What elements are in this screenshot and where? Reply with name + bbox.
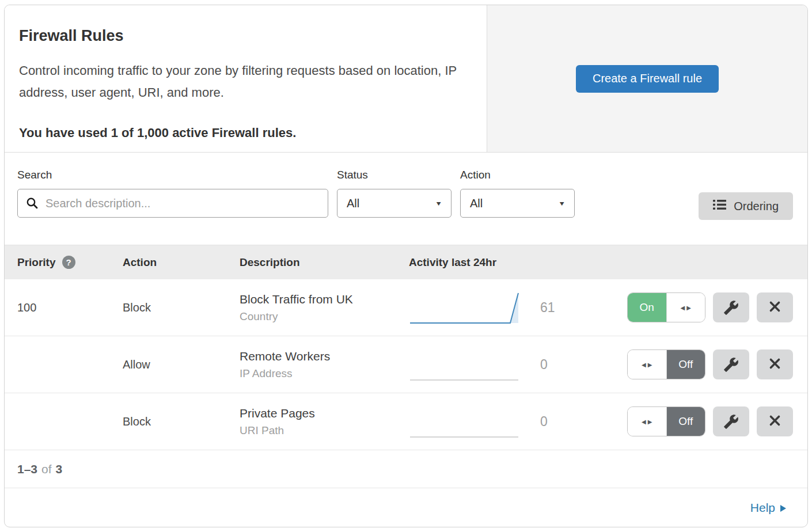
edit-rule-button[interactable] bbox=[713, 292, 749, 322]
status-select[interactable]: All ▼ bbox=[337, 189, 451, 218]
column-priority-label: Priority bbox=[17, 256, 56, 269]
page-header: Firewall Rules Control incoming traffic … bbox=[5, 5, 807, 153]
create-firewall-rule-button[interactable]: Create a Firewall rule bbox=[576, 65, 719, 93]
rule-name: Remote Workers bbox=[240, 349, 404, 363]
chevron-down-icon: ▼ bbox=[435, 200, 442, 207]
search-box bbox=[17, 189, 328, 218]
rule-action: Block bbox=[123, 301, 240, 314]
table-row: Allow Remote Workers IP Address 0 Off ◀▶ bbox=[5, 336, 807, 393]
column-action: Action bbox=[123, 256, 240, 269]
search-icon bbox=[26, 197, 39, 212]
activity-sparkline bbox=[409, 287, 524, 328]
action-selected-value: All bbox=[470, 197, 483, 210]
rule-activity: 61 bbox=[404, 287, 621, 328]
delete-rule-button[interactable] bbox=[757, 292, 793, 322]
rule-description: Private Pages URI Path bbox=[240, 406, 404, 437]
help-arrow-icon bbox=[780, 505, 786, 512]
ordering-button[interactable]: Ordering bbox=[699, 192, 793, 220]
action-filter-group: Action All ▼ bbox=[460, 169, 575, 218]
toggle-handle-icon: ◀▶ bbox=[666, 293, 705, 322]
table-row: Block Private Pages URI Path 0 Off ◀▶ bbox=[5, 393, 807, 450]
status-filter-group: Status All ▼ bbox=[337, 169, 451, 218]
wrench-icon bbox=[723, 414, 739, 430]
priority-help-icon[interactable]: ? bbox=[62, 256, 75, 269]
delete-rule-button[interactable] bbox=[757, 406, 793, 436]
edit-rule-button[interactable] bbox=[713, 349, 749, 379]
wrench-icon bbox=[723, 300, 739, 316]
rule-description: Block Traffic from UK Country bbox=[240, 292, 404, 323]
rule-name: Private Pages bbox=[240, 406, 404, 420]
edit-rule-button[interactable] bbox=[713, 406, 749, 436]
toggle-state: Off bbox=[667, 407, 705, 436]
activity-sparkline bbox=[409, 344, 524, 385]
activity-count: 0 bbox=[540, 357, 563, 373]
delete-rule-button[interactable] bbox=[757, 349, 793, 379]
toggle-state: Off bbox=[667, 350, 705, 379]
rule-action: Allow bbox=[123, 358, 240, 371]
status-selected-value: All bbox=[347, 197, 359, 210]
rule-enabled-toggle[interactable]: On ◀▶ bbox=[627, 292, 705, 322]
action-select[interactable]: All ▼ bbox=[460, 189, 575, 218]
page-description: Control incoming traffic to your zone by… bbox=[19, 60, 462, 104]
rule-controls: On ◀▶ bbox=[621, 292, 807, 322]
usage-note: You have used 1 of 1,000 active Firewall… bbox=[19, 126, 467, 140]
pagination-range: 1–3 bbox=[17, 462, 37, 476]
toggle-handle-icon: ◀▶ bbox=[628, 407, 667, 436]
column-priority: Priority ? bbox=[5, 256, 123, 269]
help-link[interactable]: Help bbox=[750, 501, 786, 515]
activity-sparkline bbox=[409, 401, 524, 442]
table-row: 100 Block Block Traffic from UK Country … bbox=[5, 279, 807, 336]
close-icon bbox=[768, 414, 781, 429]
rule-type: Country bbox=[240, 310, 404, 323]
rule-priority: 100 bbox=[5, 301, 123, 314]
close-icon bbox=[768, 357, 781, 372]
activity-count: 0 bbox=[540, 414, 563, 430]
activity-count: 61 bbox=[540, 300, 563, 316]
search-input[interactable] bbox=[17, 189, 328, 218]
rule-activity: 0 bbox=[404, 401, 621, 442]
pagination-bar: 1–3 of 3 bbox=[5, 450, 807, 488]
ordering-button-label: Ordering bbox=[734, 200, 779, 213]
rule-type: IP Address bbox=[240, 367, 404, 380]
column-activity: Activity last 24hr bbox=[404, 256, 621, 269]
search-label: Search bbox=[17, 169, 328, 181]
page-footer: Help bbox=[5, 488, 807, 527]
wrench-icon bbox=[723, 357, 739, 373]
table-header: Priority ? Action Description Activity l… bbox=[5, 245, 807, 279]
status-label: Status bbox=[337, 169, 451, 181]
rule-type: URI Path bbox=[240, 424, 404, 437]
rule-activity: 0 bbox=[404, 344, 621, 385]
rule-description: Remote Workers IP Address bbox=[240, 349, 404, 380]
search-group: Search bbox=[17, 169, 328, 218]
pagination-total: 3 bbox=[56, 462, 63, 476]
action-label: Action bbox=[460, 169, 575, 181]
toggle-handle-icon: ◀▶ bbox=[628, 350, 667, 379]
rule-controls: Off ◀▶ bbox=[621, 406, 807, 436]
filter-bar: Search Status All ▼ Action All ▼ bbox=[5, 153, 807, 245]
rule-enabled-toggle[interactable]: Off ◀▶ bbox=[627, 349, 705, 379]
page-header-text: Firewall Rules Control incoming traffic … bbox=[5, 5, 487, 152]
close-icon bbox=[768, 300, 781, 315]
page-title: Firewall Rules bbox=[19, 27, 467, 45]
ordering-list-icon bbox=[713, 199, 726, 214]
help-link-label: Help bbox=[750, 501, 775, 515]
rule-name: Block Traffic from UK bbox=[240, 292, 404, 306]
create-rule-panel: Create a Firewall rule bbox=[487, 5, 807, 152]
rule-enabled-toggle[interactable]: Off ◀▶ bbox=[627, 406, 705, 436]
column-description: Description bbox=[240, 256, 404, 269]
chevron-down-icon: ▼ bbox=[558, 200, 566, 207]
toggle-state: On bbox=[628, 293, 666, 322]
rule-action: Block bbox=[123, 415, 240, 428]
firewall-rules-page: Firewall Rules Control incoming traffic … bbox=[4, 5, 808, 527]
pagination-of-label: of bbox=[41, 462, 52, 476]
rule-controls: Off ◀▶ bbox=[621, 349, 807, 379]
